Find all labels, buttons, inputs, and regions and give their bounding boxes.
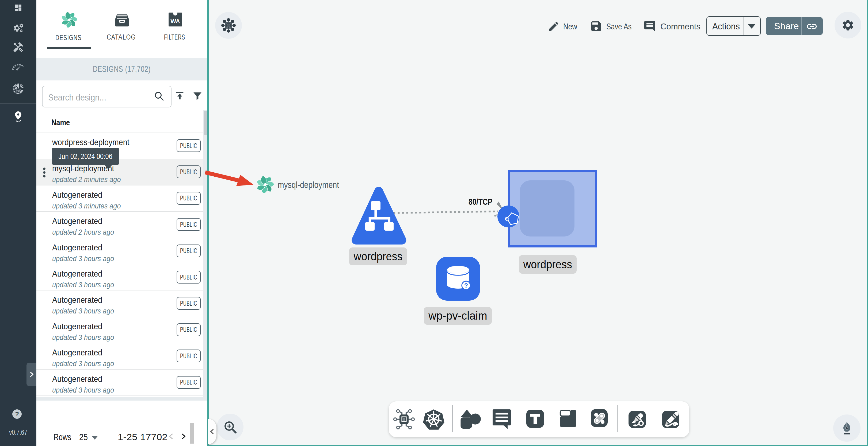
svg-text:?: ? xyxy=(464,282,468,289)
